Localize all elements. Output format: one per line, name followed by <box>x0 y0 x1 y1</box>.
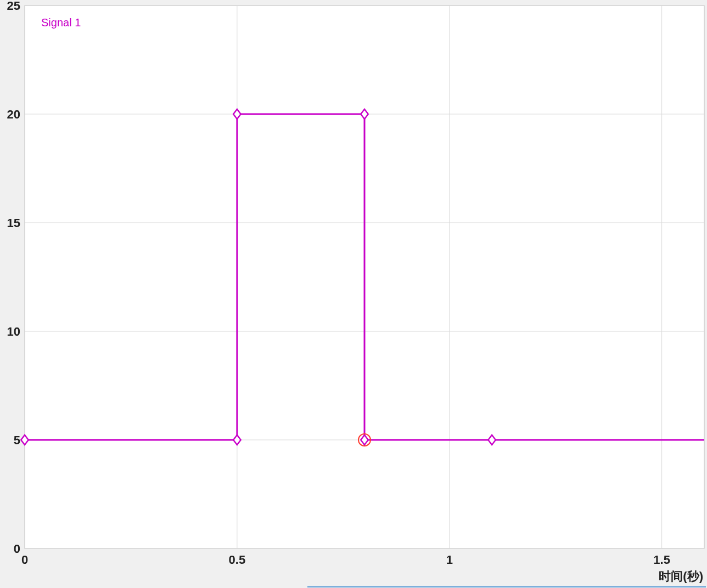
y-tick-label: 0 <box>14 542 20 556</box>
x-tick-label: 0 <box>21 553 28 567</box>
y-tick-label: 15 <box>7 216 20 230</box>
x-axis-title: 时间(秒) <box>659 569 703 583</box>
legend-entry-signal-1[interactable]: Signal 1 <box>41 16 81 29</box>
x-tick-label: 1.5 <box>653 553 670 567</box>
x-tick-label: 1 <box>446 553 453 567</box>
y-tick-label: 20 <box>7 108 20 121</box>
y-tick-label: 25 <box>7 0 20 13</box>
chart-container: Signal 1 0510152025 00.511.5 时间(秒) <box>0 0 707 588</box>
y-tick-label: 10 <box>7 325 20 338</box>
chart-svg[interactable]: Signal 1 0510152025 00.511.5 时间(秒) <box>0 0 707 588</box>
x-axis-ticks: 00.511.5 <box>21 553 670 567</box>
y-axis-ticks: 0510152025 <box>7 0 20 556</box>
y-tick-label: 5 <box>14 433 20 447</box>
x-tick-label: 0.5 <box>229 553 246 567</box>
